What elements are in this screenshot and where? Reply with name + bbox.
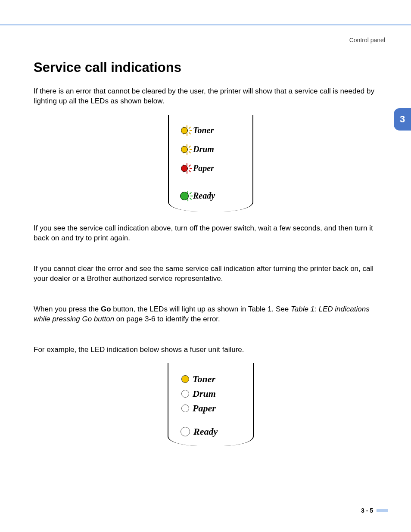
paragraph-4: When you press the Go button, the LEDs w… [34,305,388,324]
page-content: Control panel 3 Service call indications… [0,37,411,446]
paper-led-label: Paper [193,163,214,173]
chapter-tab: 3 [394,108,411,131]
p4-a: When you press the [34,305,101,313]
section-header: Control panel [34,37,388,44]
paragraph-5: For example, the LED indication below sh… [34,345,388,355]
ready-led-label: Ready [193,191,215,201]
intro-paragraph: If there is an error that cannot be clea… [34,87,388,106]
toner-led-on-icon [177,123,192,138]
drum-led-off-icon [181,390,189,398]
page-number: 3 - 5 [361,507,373,514]
paper-led-on-icon [177,161,192,176]
top-rule [0,0,411,25]
paragraph-3: If you cannot clear the error and see th… [34,264,388,284]
led-panel-service-call: Toner Drum Paper [34,115,388,212]
paper-led-off-icon [181,404,189,412]
page-footer: 3 - 5 [361,507,388,514]
page-title: Service call indications [34,60,388,75]
p4-c: on page 3-6 to identify the error. [114,315,220,323]
footer-accent-bar [377,509,388,512]
paper-led-label-2: Paper [193,403,216,414]
ready-led-on-icon [177,188,192,204]
drum-led-on-icon [177,142,192,157]
toner-led-label: Toner [193,125,214,135]
toner-led-label-2: Toner [193,373,215,385]
drum-led-label: Drum [193,144,214,154]
drum-led-label-2: Drum [193,388,216,399]
led-panel-fuser-failure: Toner Drum Paper Ready [34,363,388,446]
ready-led-off-icon [181,427,190,436]
p4-b: button, the LEDs will light up as shown … [111,305,291,313]
go-button-ref: Go [101,305,111,313]
toner-led-lit-icon [181,375,189,383]
paragraph-2: If you see the service call indication a… [34,224,388,243]
ready-led-label-2: Ready [193,426,218,437]
